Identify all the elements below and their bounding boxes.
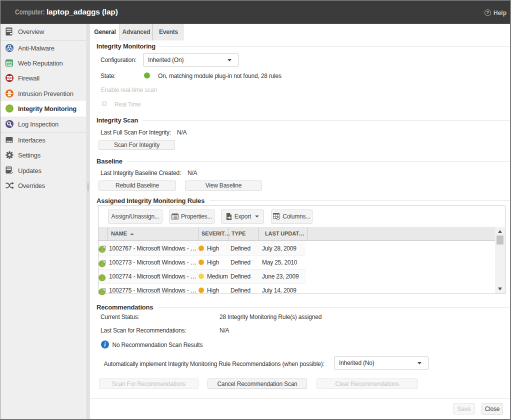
svg-text:WR: WR [6, 62, 12, 66]
